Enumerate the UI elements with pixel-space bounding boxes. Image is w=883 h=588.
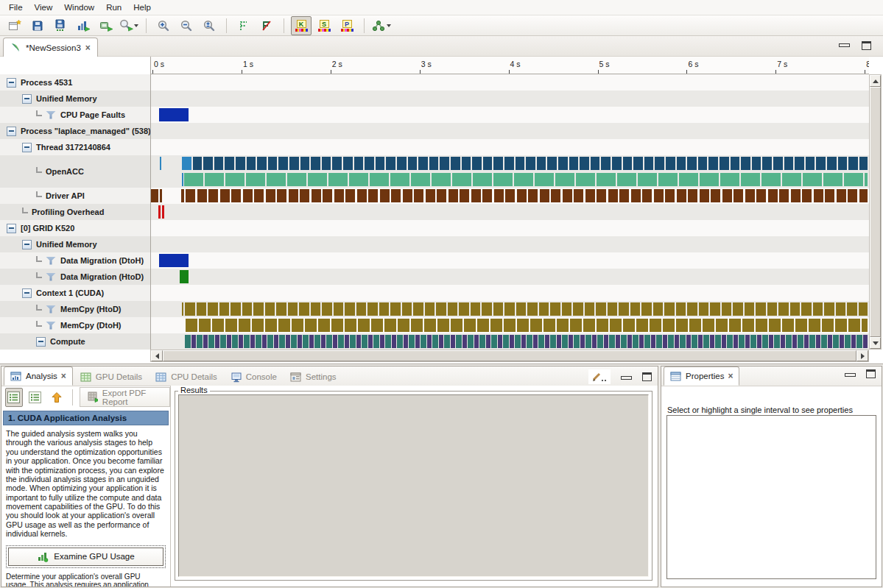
timeline-interval[interactable] [444, 335, 450, 348]
timeline-interval[interactable] [813, 302, 823, 316]
timeline-interval[interactable] [750, 335, 756, 348]
timeline-interval[interactable] [700, 189, 709, 202]
timeline-interval[interactable] [806, 157, 815, 170]
timeline-interval[interactable] [482, 302, 492, 316]
timeline-interval[interactable] [538, 335, 544, 348]
timeline-interval[interactable] [451, 335, 455, 348]
timeline-interval[interactable] [610, 319, 622, 332]
timeline-interval[interactable] [384, 319, 396, 332]
tab-cpu-details[interactable]: CPU Details [149, 368, 223, 386]
timeline-interval[interactable] [338, 335, 344, 348]
timeline-interval[interactable] [636, 319, 648, 332]
timeline-row-label[interactable]: Process "laplace_managed" (538) [0, 123, 150, 139]
vertical-scrollbar-thumb[interactable] [870, 87, 881, 337]
run-analysis-button[interactable] [96, 16, 116, 35]
examine-gpu-usage-button[interactable]: Examine GPU Usage [8, 548, 163, 566]
timeline-interval[interactable] [472, 157, 482, 170]
timeline-interval[interactable] [700, 173, 719, 186]
timeline-interval[interactable] [448, 302, 458, 316]
timeline-interval[interactable] [278, 319, 290, 332]
timeline-row-label[interactable]: [0] GRID K520 [0, 220, 150, 236]
timeline-interval[interactable] [699, 302, 709, 316]
timeline-interval[interactable] [311, 157, 320, 170]
collapse-icon[interactable] [7, 127, 16, 136]
timeline-interval[interactable] [528, 189, 538, 202]
timeline-interval[interactable] [756, 302, 766, 316]
collapse-icon[interactable] [36, 337, 46, 347]
timeline-interval[interactable] [243, 189, 253, 202]
timeline-interval[interactable] [268, 157, 278, 170]
back-up-button[interactable] [48, 388, 66, 407]
maximize-icon[interactable] [862, 41, 871, 50]
timeline-interval[interactable] [778, 302, 789, 316]
timeline-interval[interactable] [300, 189, 309, 202]
timeline-interval[interactable] [289, 157, 299, 170]
timeline-interval[interactable] [266, 189, 275, 202]
close-icon[interactable]: × [61, 372, 66, 380]
timeline-interval[interactable] [274, 335, 278, 348]
filter-icon[interactable] [46, 257, 56, 265]
timeline-interval[interactable] [688, 189, 697, 202]
timeline-interval[interactable] [710, 335, 714, 348]
timeline-interval[interactable] [160, 157, 161, 170]
timeline-interval[interactable] [440, 157, 449, 170]
timeline-interval[interactable] [456, 335, 462, 348]
timeline-interval[interactable] [397, 335, 403, 348]
timeline-interval[interactable] [365, 157, 374, 170]
timeline-interval[interactable] [769, 335, 773, 348]
timeline-interval[interactable] [398, 319, 409, 332]
tab-gpu-details[interactable]: GPU Details [74, 368, 148, 386]
timeline-interval[interactable] [477, 319, 489, 332]
timeline-interval[interactable] [193, 157, 203, 170]
timeline-interval[interactable] [225, 319, 237, 332]
timeline-interval[interactable] [786, 335, 792, 348]
scroll-up-button[interactable] [870, 75, 881, 87]
timeline-interval[interactable] [557, 335, 561, 348]
timeline-interval[interactable] [432, 335, 438, 348]
timeline-interval[interactable] [619, 302, 629, 316]
timeline-interval[interactable] [286, 335, 290, 348]
timeline-interval[interactable] [722, 302, 732, 316]
timeline-row-label[interactable]: Data Migration (HtoD) [0, 269, 150, 285]
timeline-interval[interactable] [199, 319, 211, 332]
timeline-row-label[interactable]: OpenACC [0, 155, 150, 188]
session-tab[interactable]: *NewSession3 × [3, 38, 98, 57]
timeline-interval[interactable] [676, 302, 686, 316]
timeline-interval[interactable] [429, 157, 439, 170]
timeline-interval[interactable] [323, 189, 332, 202]
timeline-interval[interactable] [254, 189, 264, 202]
zoom-out-button[interactable] [176, 16, 197, 35]
collapse-icon[interactable] [7, 224, 16, 233]
timeline-interval[interactable] [828, 335, 832, 348]
timeline-interval[interactable] [816, 157, 826, 170]
timeline-interval[interactable] [865, 173, 868, 186]
timeline-interval[interactable] [540, 189, 549, 202]
timeline-interval[interactable] [585, 335, 591, 348]
maximize-icon[interactable] [866, 369, 876, 378]
timeline-interval[interactable] [220, 335, 226, 348]
timeline-interval[interactable] [692, 335, 697, 348]
timeline-interval[interactable] [863, 335, 868, 348]
timeline-interval[interactable] [698, 157, 708, 170]
timeline-interval[interactable] [654, 189, 664, 202]
timeline-interval[interactable] [804, 335, 809, 348]
timeline-interval[interactable] [601, 157, 611, 170]
timeline-interval[interactable] [504, 302, 515, 316]
timeline-interval[interactable] [677, 157, 686, 170]
timeline-interval[interactable] [491, 335, 497, 348]
timeline-interval[interactable] [703, 319, 714, 332]
timeline-interval[interactable] [215, 335, 219, 348]
timeline-interval[interactable] [318, 319, 330, 332]
timeline-interval[interactable] [299, 302, 309, 316]
timeline-interval[interactable] [580, 335, 585, 348]
menu-run[interactable]: Run [100, 1, 127, 14]
timeline-interval[interactable] [627, 335, 632, 348]
profile-application-button[interactable] [73, 16, 94, 35]
timeline-interval[interactable] [328, 173, 348, 186]
timeline-interval[interactable] [608, 189, 618, 202]
timeline-interval[interactable] [686, 335, 691, 348]
timeline-interval[interactable] [159, 254, 189, 267]
timeline-interval[interactable] [784, 157, 794, 170]
timeline-interval[interactable] [321, 335, 326, 348]
timeline-interval[interactable] [745, 189, 755, 202]
